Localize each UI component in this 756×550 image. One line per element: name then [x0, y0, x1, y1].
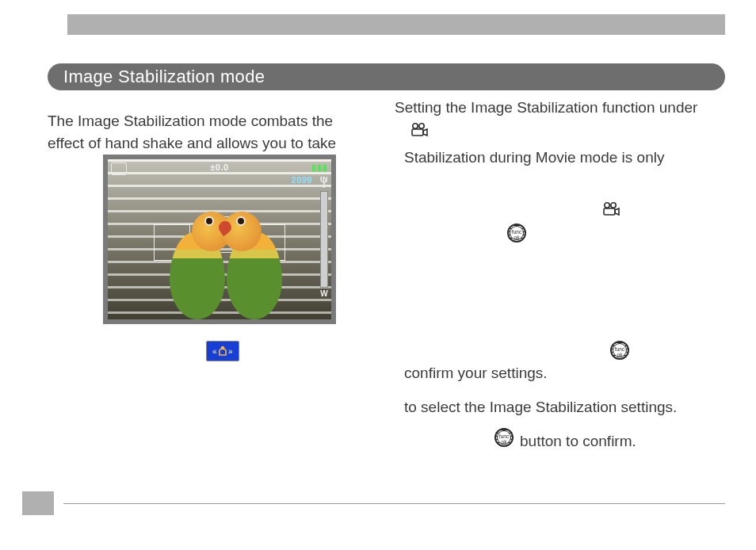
right-press-confirm-text: button to confirm. — [520, 430, 636, 453]
svg-point-6 — [605, 203, 609, 208]
right-paragraph-2: Stabilization during Movie mode is only — [404, 147, 729, 169]
func-ok-button-icon — [494, 428, 514, 447]
osd-ev: ±0.0 — [210, 162, 228, 172]
camera-preview-frame: ±0.0 ▮▮▮ 2099 IN — [103, 155, 336, 324]
svg-point-7 — [611, 203, 616, 208]
osd-zoom-bar — [320, 191, 328, 288]
movie-mode-icon — [410, 123, 428, 140]
section-heading: Image Stabilization mode — [48, 63, 725, 90]
right-confirm-text: confirm your settings. — [404, 362, 548, 384]
image-stabilization-icon: « » — [206, 341, 239, 361]
osd-shots-remaining: 2099 — [292, 175, 312, 185]
footer-rule — [63, 503, 725, 504]
osd-battery-icon: ▮▮▮ — [311, 162, 328, 173]
svg-text:«: « — [212, 347, 217, 356]
func-ok-button-icon — [507, 223, 526, 243]
section-heading-text: Image Stabilization mode — [48, 63, 265, 90]
svg-point-3 — [413, 124, 418, 128]
left-paragraph-1: The Image Stabilization mode combats the… — [48, 110, 372, 154]
svg-text:»: » — [228, 347, 233, 356]
movie-mode-icon — [602, 202, 620, 220]
mode-icon — [111, 162, 127, 175]
right-select-text: to select the Image Stabilization settin… — [404, 396, 729, 418]
page-thumb-tab — [22, 491, 54, 515]
header-bar — [67, 14, 725, 35]
svg-point-1 — [221, 346, 225, 350]
func-ok-button-icon — [610, 341, 629, 360]
svg-rect-5 — [412, 129, 423, 136]
right-paragraph-1: Setting the Image Stabilization function… — [395, 97, 727, 119]
camera-preview: ±0.0 ▮▮▮ 2099 IN — [108, 159, 331, 319]
svg-point-4 — [419, 124, 424, 128]
manual-page: Image Stabilization mode The Image Stabi… — [0, 0, 756, 550]
svg-rect-8 — [604, 208, 615, 215]
